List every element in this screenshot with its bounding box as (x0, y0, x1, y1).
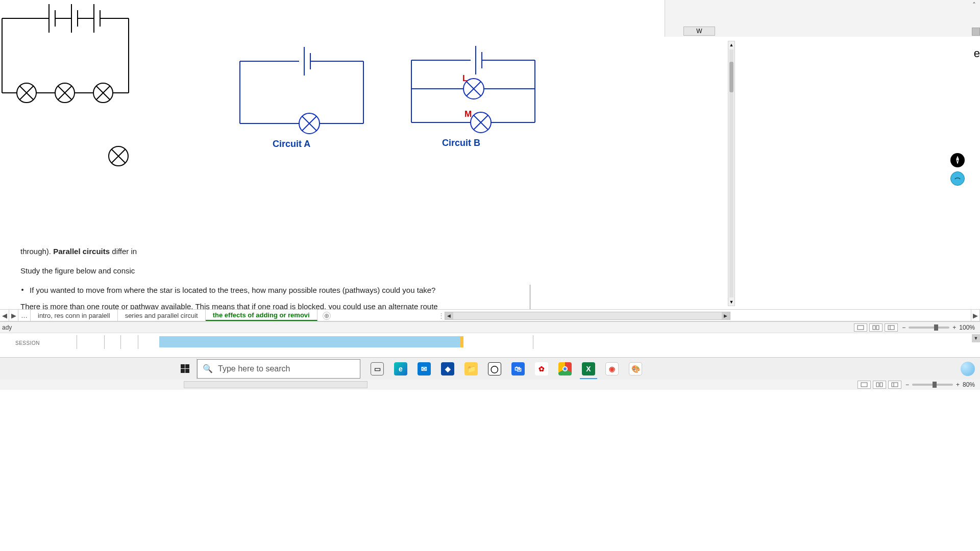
bullet-dot-icon (21, 289, 23, 291)
file-explorer-icon[interactable]: 📁 (459, 359, 483, 379)
github-desktop-icon[interactable]: ◯ (483, 359, 506, 379)
zoom-in-button[interactable]: + (952, 324, 956, 331)
windows-logo-icon (181, 364, 189, 373)
task-view-icon[interactable]: ▭ (365, 359, 389, 379)
view-page-layout-icon[interactable] (869, 323, 883, 332)
edge-browser-icon[interactable]: e (389, 359, 412, 379)
sheet-tab-strip: ◀ ▶ … intro, res conn in paralell series… (0, 309, 980, 321)
weather-icon[interactable] (961, 362, 975, 376)
zoom-slider[interactable] (909, 327, 949, 329)
zoom-control: − + 100% (902, 324, 975, 331)
chrome-profile-icon[interactable]: ◉ (600, 359, 624, 379)
paragraph-line-2: Study the figure below and consic (20, 266, 135, 275)
view-normal-icon[interactable] (857, 381, 871, 389)
blank-area (0, 390, 980, 551)
diagram-circuit-b (410, 45, 543, 142)
sheet-nav-prev-icon[interactable]: ◀ (0, 310, 9, 321)
sheet-tab-intro[interactable]: intro, res conn in paralell (31, 310, 118, 321)
status-ready: ady (0, 324, 12, 331)
fragment-other-window: ˄ W (665, 0, 980, 37)
svg-rect-15 (880, 383, 883, 387)
column-header-w[interactable]: W (683, 27, 715, 36)
zoom-slider-thumb[interactable] (934, 324, 938, 331)
scroll-left-icon[interactable]: ◀ (445, 312, 453, 319)
view-page-break-icon[interactable] (885, 323, 898, 332)
new-sheet-button[interactable]: ⊕ (323, 312, 331, 320)
embedded-image-strip (159, 336, 463, 347)
text-fragment: differ in (110, 247, 137, 256)
lower-document-fragment: SESSION ▼ (0, 333, 980, 351)
taskbar-icons: ▭ e ✉ ◆ 📁 ◯ 🛍 ✿ X ◉ 🎨 (365, 359, 647, 379)
svg-rect-8 (857, 325, 864, 330)
svg-point-0 (957, 159, 958, 160)
zoom-in-button[interactable]: + (956, 381, 960, 388)
zoom-percent-2[interactable]: 80% (963, 381, 975, 388)
bullet-text: If you wanted to move from where the sta… (30, 286, 435, 294)
search-icon: 🔍 (203, 364, 213, 373)
divider (104, 335, 105, 349)
paragraph-line-1: through). Parallel circuits differ in (20, 247, 137, 256)
zoom-out-button[interactable]: − (905, 381, 909, 388)
text-bold-parallel: Parallel circuits (53, 247, 110, 256)
zoom-slider[interactable] (912, 384, 953, 386)
tab-grip-icon[interactable]: ⋮ (438, 310, 445, 321)
app-red-icon[interactable]: ✿ (530, 359, 553, 379)
circuit-b-label: Circuit B (442, 138, 480, 148)
sheet-tab-effects[interactable]: the effects of adding or removi (206, 310, 317, 321)
scroll-down-icon[interactable]: ▼ (728, 298, 734, 306)
excel-icon[interactable]: X (577, 359, 600, 379)
view-mode-buttons-2 (857, 381, 901, 389)
sheet-nav-next-icon[interactable]: ▶ (9, 310, 18, 321)
taskbar-search[interactable]: 🔍 Type here to search (197, 359, 360, 379)
svg-rect-16 (892, 383, 898, 387)
horizontal-scrollbar-2[interactable] (184, 381, 368, 388)
view-page-break-icon[interactable] (888, 381, 901, 389)
scroll-down-icon[interactable]: ▼ (972, 334, 980, 342)
bullet-item: If you wanted to move from where the sta… (30, 286, 435, 294)
divider (533, 335, 533, 349)
svg-rect-10 (876, 325, 879, 330)
sheet-tab-series-parallel[interactable]: series and parallel circuit (118, 310, 206, 321)
accessory-tool-icons (950, 153, 965, 186)
view-normal-icon[interactable] (854, 323, 867, 332)
scroll-right-icon[interactable]: ▶ (722, 312, 730, 319)
start-button[interactable] (174, 359, 197, 379)
scroll-up-icon[interactable]: ▲ (728, 41, 734, 48)
view-mode-buttons (854, 323, 898, 332)
divider (138, 335, 138, 349)
diagram-circuit-a (239, 46, 372, 138)
zoom-slider-thumb[interactable] (933, 382, 937, 388)
collapse-ribbon-icon[interactable]: ˄ (972, 1, 976, 9)
vertical-scrollbar[interactable]: ▲ ▼ (728, 41, 735, 306)
diagram-series-circuit (0, 0, 143, 179)
ms-store-icon[interactable]: 🛍 (506, 359, 530, 379)
divider (120, 335, 121, 349)
svg-rect-9 (873, 325, 875, 330)
whiteboard-icon[interactable] (950, 171, 965, 186)
sheet-overflow-icon[interactable]: … (18, 310, 31, 321)
chrome-icon[interactable] (553, 359, 577, 379)
status-bar: ady − + 100% (0, 321, 980, 333)
divider (77, 335, 77, 349)
zoom-percent[interactable]: 100% (959, 324, 975, 331)
status-bar-secondary: − + 80% (0, 380, 980, 390)
scrollbar-thumb[interactable] (729, 62, 733, 92)
scrollbar-button[interactable] (972, 28, 980, 36)
vertical-divider (530, 285, 530, 309)
app-blue-icon[interactable]: ◆ (436, 359, 459, 379)
zoom-out-button[interactable]: − (902, 324, 905, 331)
view-page-layout-icon[interactable] (873, 381, 886, 389)
mail-icon[interactable]: ✉ (412, 359, 436, 379)
bulb-label-m: M (464, 109, 472, 119)
partial-letter: e (974, 47, 980, 60)
search-placeholder: Type here to search (218, 364, 290, 373)
session-label: SESSION (15, 340, 40, 346)
zoom-control-2: − + 80% (905, 381, 975, 388)
text-fragment: through). (20, 247, 53, 256)
horizontal-scrollbar[interactable]: ◀ ▶ (445, 312, 730, 320)
pen-tool-icon[interactable] (950, 153, 965, 167)
bulb-label-l: L (462, 73, 468, 84)
windows-taskbar: 🔍 Type here to search ▭ e ✉ ◆ 📁 ◯ 🛍 ✿ X … (0, 357, 980, 380)
sheet-nav-last-icon[interactable]: ▶ (971, 310, 980, 321)
paint-icon[interactable]: 🎨 (624, 359, 647, 379)
